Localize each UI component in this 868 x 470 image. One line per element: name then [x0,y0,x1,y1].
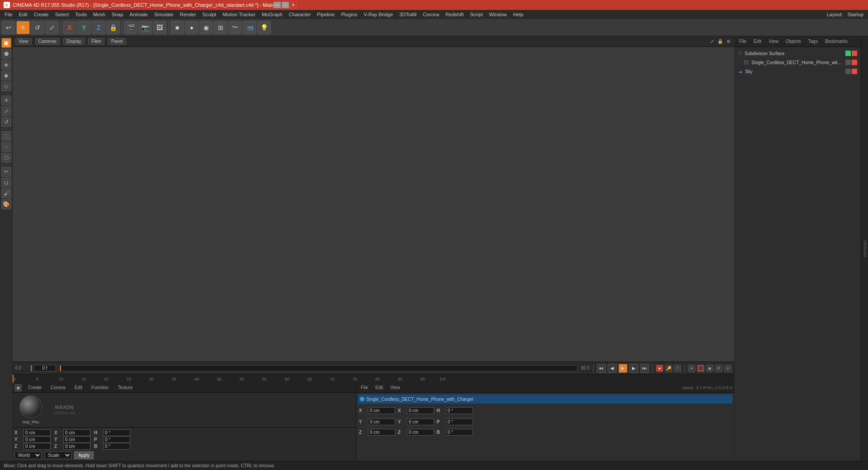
h-input[interactable] [103,429,130,436]
menu-pipeline[interactable]: Pipeline [314,11,337,18]
x-axis-button[interactable]: X [63,21,76,34]
camera-object[interactable]: 📹 [243,21,256,34]
vp-filter-menu[interactable]: Filter [88,38,104,45]
menu-redshift[interactable]: Redshift [443,11,466,18]
timeline-scrubber[interactable] [60,365,577,371]
z-axis-button[interactable]: Z [92,21,105,34]
scene-item-sky[interactable]: ☁ Sky [736,67,859,76]
select-rect-tool[interactable]: ⬚ [1,131,11,141]
move-tool-left[interactable]: ✛ [1,95,11,105]
scene-item-phone[interactable]: ⬛ Single_Cordless_DECT_Home_Phone_with_C… [736,58,859,67]
timeline-numbers[interactable]: 0 5 10 15 20 25 30 35 40 45 50 [13,375,734,383]
play-button[interactable]: ▶ [618,364,627,373]
apply-button[interactable]: Apply [74,451,94,459]
move-tool-button[interactable]: ✛ [16,21,30,34]
menu-window[interactable]: Window [486,11,509,18]
menu-3dtoall[interactable]: 3DToAll [396,11,419,18]
obj-p-input[interactable] [446,418,473,425]
menu-render[interactable]: Render [177,11,199,18]
last-frame-button[interactable]: ⏭ [640,364,649,373]
rot-y-input[interactable] [63,436,90,443]
model-mode-tool[interactable]: ▣ [1,38,11,48]
rp-edit[interactable]: Edit [751,38,764,44]
menu-edit[interactable]: Edit [16,11,30,18]
help-button[interactable]: ? [674,365,681,372]
keyframe-preview[interactable]: P [715,365,722,372]
obj-x1-input[interactable] [368,407,395,414]
rp-file[interactable]: File [736,38,749,44]
mat-texture[interactable]: Texture [115,385,135,390]
menu-plugins[interactable]: Plugins [338,11,360,18]
obj-edit-btn[interactable]: Edit [373,385,386,390]
render-to-picture[interactable]: 🖼 [153,21,166,34]
obj-z2-input[interactable] [407,429,434,436]
nurbs-object[interactable]: ◉ [199,21,213,34]
menu-script[interactable]: Script [467,11,486,18]
p-input[interactable] [103,436,130,443]
layout-dropdown[interactable]: Startup [845,11,866,18]
polygon-mode-tool[interactable]: ◈ [1,60,11,70]
edge-mode-tool[interactable]: ◇ [1,81,11,91]
obj-selected-item[interactable]: Single_Cordless_DECT_Home_Phone_with_Cha… [358,395,732,404]
obj-y1-input[interactable] [368,418,395,425]
undo-button[interactable]: ↩ [2,21,15,34]
brush-tool[interactable]: 🖌 [1,188,11,198]
keyframe-remove[interactable]: ⬛ [697,365,704,372]
obj-view-btn[interactable]: View [387,385,403,390]
light-object[interactable]: 💡 [257,21,271,34]
keyframe-add[interactable]: ✛ [688,365,695,372]
scale-tool-button[interactable]: ⤢ [45,21,59,34]
obj-x2-input[interactable] [407,407,434,414]
pos-z-input[interactable] [24,443,51,450]
obj-h-input[interactable] [446,407,473,414]
obj-b-input[interactable] [446,429,473,436]
render-button[interactable]: 🎬 [124,21,137,34]
render-region-button[interactable]: 📷 [138,21,152,34]
vp-panel-menu[interactable]: Panel [108,38,126,45]
point-mode-tool[interactable]: ◆ [1,70,11,80]
rp-objects[interactable]: Objects [783,38,804,44]
maximize-button[interactable]: □ [282,2,289,8]
record-button[interactable]: ● [656,365,663,372]
menu-character[interactable]: Character [286,11,313,18]
sphere-object[interactable]: ● [185,21,198,34]
select-poly-tool[interactable]: ⬡ [1,153,11,163]
rp-view[interactable]: View [766,38,781,44]
y-axis-button[interactable]: Y [77,21,91,34]
world-dropdown[interactable]: World Object Camera [14,451,42,459]
menu-select[interactable]: Select [52,11,72,18]
menu-help[interactable]: Help [510,11,526,18]
pos-x-input[interactable] [24,429,51,436]
scale-dropdown[interactable]: Scale Size [44,451,71,459]
next-frame-button[interactable]: ▶ [629,364,638,373]
menu-corona[interactable]: Corona [420,11,442,18]
vp-view-menu[interactable]: View [15,38,32,45]
rotate-tool-left[interactable]: ↺ [1,117,11,127]
minimize-button[interactable]: ─ [274,2,281,8]
frame-input[interactable] [33,365,56,371]
spline-object[interactable]: 〜 [228,21,242,34]
rp-tags[interactable]: Tags [806,38,821,44]
deformer-object[interactable]: ⊞ [214,21,227,34]
menu-snap[interactable]: Snap [109,11,126,18]
knife-tool[interactable]: ✂ [1,167,11,177]
pos-y-input[interactable] [24,436,51,443]
mat-corona[interactable]: Corona [48,385,68,390]
lock-axis-button[interactable]: 🔒 [106,21,120,34]
cube-object[interactable]: ■ [170,21,184,34]
auto-key-button[interactable]: 🔑 [665,365,672,372]
scene-item-subdivision[interactable]: ⬡ Subdivision Surface [736,49,859,58]
menu-motion-tracker[interactable]: Motion Tracker [220,11,258,18]
menu-sculpt[interactable]: Sculpt [200,11,219,18]
menu-animate[interactable]: Animate [127,11,151,18]
obj-y2-input[interactable] [407,418,434,425]
obj-z1-input[interactable] [368,429,395,436]
menu-tools[interactable]: Tools [72,11,90,18]
menu-vray[interactable]: V-Ray Bridge [361,11,396,18]
keyframe-circle[interactable]: ◉ [706,365,713,372]
rotation-tool-button[interactable]: ↺ [31,21,44,34]
menu-simulate[interactable]: Simulate [151,11,176,18]
vp-icon-lock[interactable]: 🔒 [717,38,723,45]
b-input[interactable] [103,443,130,450]
obj-file-btn[interactable]: File [358,385,371,390]
